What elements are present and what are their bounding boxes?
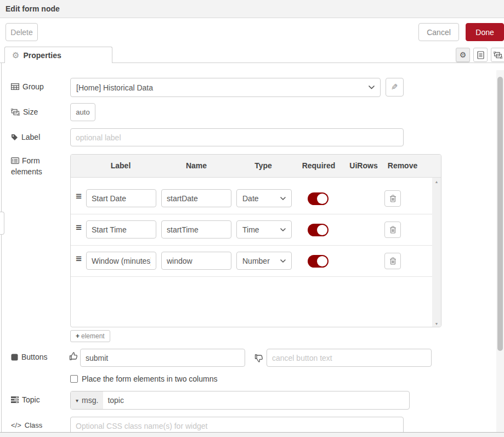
tray-resize-grip[interactable] — [0, 212, 4, 235]
tasks-icon — [11, 396, 19, 403]
group-select-value: [Home] Historical Data — [76, 83, 153, 92]
form-elements-table-body: ≡ Date — [71, 178, 441, 327]
class-field-label: </> Class — [11, 421, 42, 429]
form-element-row: ≡ Date — [71, 183, 432, 214]
element-name-input[interactable] — [161, 252, 231, 270]
drag-handle-icon[interactable]: ≡ — [76, 222, 82, 232]
column-header-remove: Remove — [388, 161, 417, 170]
element-label-input[interactable] — [86, 220, 156, 239]
properties-tab-button[interactable]: ⚙ — [456, 48, 470, 62]
required-toggle[interactable] — [308, 192, 329, 205]
column-header-type: Type — [254, 161, 272, 170]
document-icon — [477, 51, 484, 59]
group-select[interactable]: [Home] Historical Data — [70, 78, 381, 97]
scrollbar-thumb[interactable] — [497, 77, 503, 351]
column-header-required: Required — [302, 161, 336, 170]
delete-element-button[interactable] — [384, 222, 401, 238]
element-type-select[interactable]: Number — [236, 252, 292, 270]
description-tab-button[interactable] — [473, 48, 488, 62]
table-scrollbar[interactable]: ▲ ▼ — [432, 178, 441, 327]
chevron-down-icon — [280, 259, 286, 263]
topic-value[interactable]: topic — [103, 391, 124, 409]
cancel-button[interactable]: Cancel — [418, 23, 459, 41]
main-scrollbar[interactable] — [496, 70, 504, 432]
buttons-field-label: Buttons — [11, 353, 47, 361]
scroll-down-icon[interactable]: ▼ — [432, 322, 441, 326]
done-button[interactable]: Done — [466, 23, 504, 41]
gear-icon: ⚙ — [460, 51, 467, 59]
column-header-uirows: UiRows — [349, 161, 377, 170]
tab-properties-label: Properties — [23, 51, 61, 60]
topic-typed-input[interactable]: ▾ msg. topic — [70, 391, 410, 410]
element-label-input[interactable] — [86, 189, 156, 207]
trash-icon — [389, 195, 397, 202]
element-label-input[interactable] — [86, 252, 156, 270]
element-type-select[interactable]: Time — [236, 220, 292, 239]
toggle-knob — [317, 194, 327, 204]
label-field-label: Label — [11, 133, 40, 141]
appearance-tab-button[interactable] — [491, 48, 504, 62]
topic-type-selector[interactable]: ▾ msg. — [71, 391, 103, 409]
code-icon: </> — [11, 421, 21, 429]
pencil-icon: ✎ — [391, 82, 398, 92]
delete-element-button[interactable] — [384, 253, 401, 269]
toggle-knob — [317, 256, 327, 266]
tab-properties[interactable]: ⚙ Properties — [4, 47, 112, 63]
two-columns-checkbox[interactable] — [70, 375, 78, 383]
two-columns-checkbox-label: Place the form elements in two columns — [82, 374, 217, 383]
gear-icon: ⚙ — [12, 51, 19, 59]
column-header-label: Label — [111, 161, 131, 170]
element-type-select[interactable]: Date — [236, 189, 292, 207]
toggle-knob — [317, 225, 327, 235]
thumbs-down-icon — [254, 354, 264, 363]
tray-footer-strip — [0, 432, 504, 437]
tag-icon — [11, 134, 18, 141]
dialog-header: Edit form node — [0, 0, 504, 18]
form-elements-field-label: Form elements — [11, 155, 57, 177]
add-element-button[interactable]: +element — [70, 330, 110, 342]
topic-field-label: Topic — [11, 395, 40, 404]
dialog-title: Edit form node — [5, 4, 60, 13]
scroll-up-icon[interactable]: ▲ — [432, 180, 441, 184]
element-name-input[interactable] — [161, 189, 231, 207]
label-input[interactable] — [70, 128, 404, 146]
group-field-label: Group — [11, 82, 44, 91]
topic-type-label: msg. — [82, 396, 98, 405]
tray-left-border — [1, 63, 2, 432]
required-toggle[interactable] — [308, 255, 329, 268]
size-auto-button[interactable]: auto — [70, 103, 95, 121]
submit-button-text-input[interactable] — [80, 349, 245, 367]
square-icon — [11, 354, 18, 361]
chevron-down-icon — [369, 86, 375, 89]
table-icon — [11, 83, 19, 90]
trash-icon — [389, 226, 397, 234]
triangle-down-icon: ▾ — [76, 398, 78, 404]
plus-icon: + — [76, 332, 80, 340]
form-element-row: ≡ Time — [71, 214, 432, 246]
edit-group-button[interactable]: ✎ — [386, 78, 404, 97]
delete-element-button[interactable] — [384, 190, 401, 207]
form-elements-table-header: Label Name Type Required UiRows Remove — [71, 155, 441, 178]
chevron-down-icon — [280, 197, 286, 200]
drag-handle-icon[interactable]: ≡ — [76, 191, 82, 201]
object-group-icon — [494, 52, 502, 59]
chevron-down-icon — [280, 228, 286, 231]
size-field-label: Size — [11, 107, 38, 116]
drag-handle-icon[interactable]: ≡ — [76, 253, 82, 264]
cancel-button-text-input[interactable] — [267, 349, 432, 367]
object-group-icon — [11, 109, 20, 116]
list-alt-icon — [11, 157, 19, 164]
thumbs-up-icon — [69, 351, 78, 361]
form-elements-table: Label Name Type Required UiRows Remove ≡… — [70, 154, 441, 327]
edit-form-node-dialog: Edit form node Delete Cancel Done ⚙ Prop… — [0, 0, 504, 437]
required-toggle[interactable] — [308, 224, 329, 236]
element-name-input[interactable] — [161, 220, 231, 239]
delete-button[interactable]: Delete — [5, 23, 38, 41]
form-element-row: ≡ Number — [71, 246, 432, 277]
column-header-name: Name — [186, 161, 207, 170]
trash-icon — [389, 257, 397, 265]
